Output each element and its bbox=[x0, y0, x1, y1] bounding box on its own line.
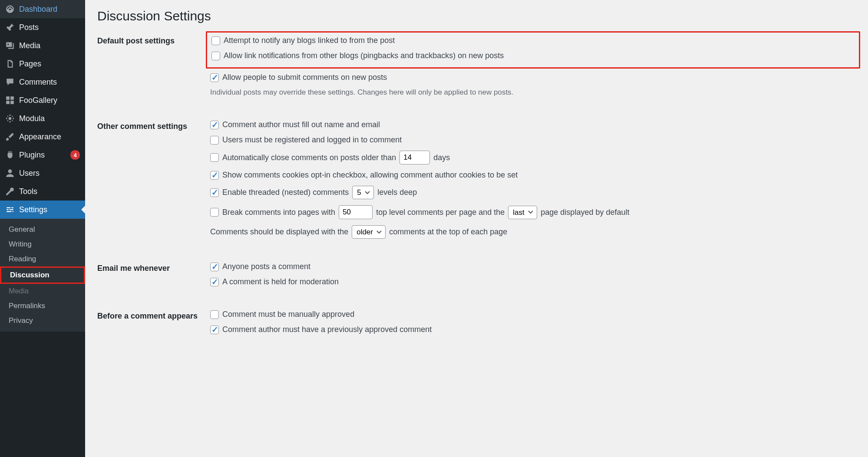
page-title: Discussion Settings bbox=[97, 9, 856, 23]
require-name-email-option[interactable]: Comment author must fill out name and em… bbox=[210, 120, 856, 129]
section-heading: Before a comment appears bbox=[97, 310, 210, 321]
svg-rect-1 bbox=[10, 96, 14, 100]
comment-order-select[interactable]: older bbox=[352, 225, 386, 239]
submenu-general[interactable]: General bbox=[0, 222, 85, 237]
highlighted-pingback-options: Attempt to notify any blogs linked to fr… bbox=[206, 31, 860, 69]
svg-rect-0 bbox=[6, 96, 10, 100]
email-held-moderation-option[interactable]: A comment is held for moderation bbox=[210, 277, 856, 286]
submenu-media[interactable]: Media bbox=[0, 284, 85, 299]
threaded-checkbox[interactable] bbox=[210, 188, 219, 197]
option-label-post: levels deep bbox=[377, 188, 417, 197]
prev-approved-checkbox[interactable] bbox=[210, 325, 219, 334]
auto-close-comments-option: Automatically close comments on posts ol… bbox=[210, 151, 856, 164]
sidebar-label: Users bbox=[19, 169, 80, 178]
option-label-mid: top level comments per page and the bbox=[376, 208, 505, 217]
require-registration-option[interactable]: Users must be registered and logged in t… bbox=[210, 135, 856, 145]
svg-point-4 bbox=[9, 117, 12, 120]
submenu-privacy[interactable]: Privacy bbox=[0, 313, 85, 328]
svg-point-5 bbox=[8, 169, 12, 173]
sidebar-item-users[interactable]: Users bbox=[0, 164, 85, 182]
auto-close-days-input[interactable] bbox=[399, 151, 430, 164]
prev-approved-option[interactable]: Comment author must have a previously ap… bbox=[210, 325, 856, 334]
sidebar-label: Tools bbox=[19, 187, 80, 196]
pages-icon bbox=[5, 59, 15, 69]
option-label-post: days bbox=[433, 153, 450, 162]
section-heading: Default post settings bbox=[97, 35, 210, 46]
email-anyone-posts-option[interactable]: Anyone posts a comment bbox=[210, 262, 856, 271]
allow-pingbacks-option[interactable]: Allow link notifications from other blog… bbox=[211, 51, 855, 60]
option-label: Anyone posts a comment bbox=[222, 262, 310, 271]
manual-approval-option[interactable]: Comment must be manually approved bbox=[210, 310, 856, 319]
paginate-comments-option: Break comments into pages with top level… bbox=[210, 205, 856, 219]
option-label: Users must be registered and logged in t… bbox=[222, 135, 402, 145]
sidebar-item-tools[interactable]: Tools bbox=[0, 182, 85, 201]
sidebar-item-foogallery[interactable]: FooGallery bbox=[0, 91, 85, 109]
cookies-optin-checkbox[interactable] bbox=[210, 171, 219, 180]
user-icon bbox=[5, 168, 15, 178]
paginate-checkbox[interactable] bbox=[210, 208, 219, 217]
sidebar-item-pages[interactable]: Pages bbox=[0, 55, 85, 73]
require-name-email-checkbox[interactable] bbox=[210, 121, 219, 129]
section-heading: Email me whenever bbox=[97, 262, 210, 273]
allow-pingbacks-checkbox[interactable] bbox=[211, 52, 220, 60]
email-anyone-posts-checkbox[interactable] bbox=[210, 263, 219, 271]
submenu-permalinks[interactable]: Permalinks bbox=[0, 299, 85, 313]
gauge-icon bbox=[5, 4, 15, 14]
allow-comments-option[interactable]: Allow people to submit comments on new p… bbox=[210, 73, 856, 82]
sidebar-label: Plugins bbox=[19, 151, 68, 160]
brush-icon bbox=[5, 132, 15, 141]
sidebar-item-plugins[interactable]: Plugins 4 bbox=[0, 146, 85, 164]
sidebar-label: FooGallery bbox=[19, 96, 80, 105]
sidebar-item-comments[interactable]: Comments bbox=[0, 73, 85, 91]
option-label: Attempt to notify any blogs linked to fr… bbox=[224, 36, 395, 45]
notify-blogs-option[interactable]: Attempt to notify any blogs linked to fr… bbox=[211, 36, 855, 45]
manual-approval-checkbox[interactable] bbox=[210, 310, 219, 319]
submenu-discussion[interactable]: Discussion bbox=[0, 266, 85, 284]
option-label: Comment author must fill out name and em… bbox=[222, 120, 380, 129]
require-registration-checkbox[interactable] bbox=[210, 136, 219, 145]
allow-comments-checkbox[interactable] bbox=[210, 73, 219, 82]
section-note: Individual posts may override these sett… bbox=[210, 88, 856, 97]
modula-icon bbox=[5, 114, 15, 123]
sidebar-item-settings[interactable]: Settings bbox=[0, 201, 85, 219]
settings-submenu: General Writing Reading Discussion Media… bbox=[0, 219, 85, 332]
comments-per-page-input[interactable] bbox=[339, 205, 373, 219]
option-label-post: comments at the top of each page bbox=[389, 227, 507, 237]
submenu-writing[interactable]: Writing bbox=[0, 237, 85, 252]
option-label-pre: Comments should be displayed with the bbox=[210, 227, 348, 237]
option-label-post: page displayed by default bbox=[541, 208, 629, 217]
option-label: Show comments cookies opt-in checkbox, a… bbox=[222, 171, 518, 180]
option-label: Allow link notifications from other blog… bbox=[224, 51, 504, 60]
plugin-icon bbox=[5, 150, 15, 160]
option-label-pre: Automatically close comments on posts ol… bbox=[222, 153, 396, 162]
sidebar-label: Settings bbox=[19, 205, 80, 214]
sidebar-item-media[interactable]: Media bbox=[0, 36, 85, 55]
sidebar-label: Posts bbox=[19, 23, 80, 32]
option-label-pre: Enable threaded (nested) comments bbox=[222, 188, 349, 197]
sidebar-item-modula[interactable]: Modula bbox=[0, 109, 85, 128]
section-other-comment-settings: Other comment settings Comment author mu… bbox=[97, 120, 856, 245]
section-before-comment-appears: Before a comment appears Comment must be… bbox=[97, 310, 856, 340]
section-default-post-settings: Default post settings Attempt to notify … bbox=[97, 35, 856, 103]
sidebar-label: Comments bbox=[19, 78, 80, 87]
notify-blogs-checkbox[interactable] bbox=[211, 36, 220, 45]
cookies-optin-option[interactable]: Show comments cookies opt-in checkbox, a… bbox=[210, 171, 856, 180]
option-label-pre: Break comments into pages with bbox=[222, 208, 335, 217]
default-page-select[interactable]: last bbox=[508, 206, 537, 219]
main-content: Discussion Settings Default post setting… bbox=[85, 0, 868, 457]
section-heading: Other comment settings bbox=[97, 120, 210, 131]
threaded-levels-select[interactable]: 5 bbox=[352, 186, 374, 199]
submenu-reading[interactable]: Reading bbox=[0, 252, 85, 266]
sidebar-item-posts[interactable]: Posts bbox=[0, 18, 85, 36]
pin-icon bbox=[5, 23, 15, 32]
auto-close-checkbox[interactable] bbox=[210, 153, 219, 162]
sidebar-item-dashboard[interactable]: Dashboard bbox=[0, 0, 85, 18]
email-held-moderation-checkbox[interactable] bbox=[210, 278, 219, 286]
threaded-comments-option: Enable threaded (nested) comments 5 leve… bbox=[210, 186, 856, 199]
option-label: Comment must be manually approved bbox=[222, 310, 354, 319]
comment-icon bbox=[5, 77, 15, 87]
admin-sidebar: Dashboard Posts Media Pages Comments Foo… bbox=[0, 0, 85, 457]
sidebar-label: Appearance bbox=[19, 132, 80, 141]
sidebar-item-appearance[interactable]: Appearance bbox=[0, 128, 85, 146]
wrench-icon bbox=[5, 187, 15, 196]
